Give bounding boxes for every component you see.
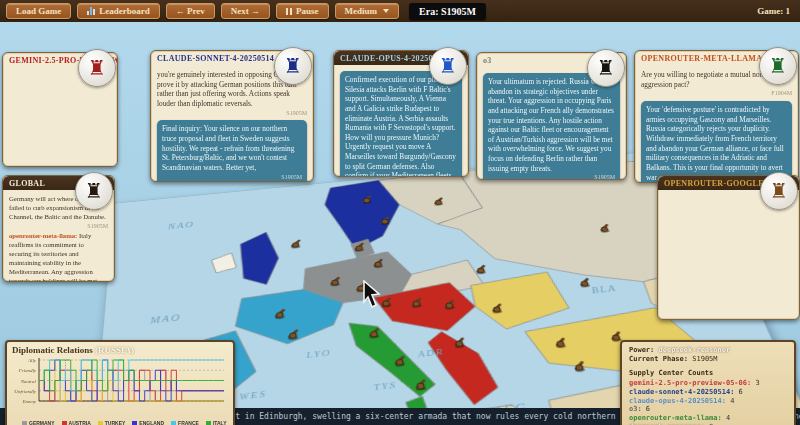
pause-button[interactable]: Pause: [276, 3, 329, 19]
panel-title-llama: OPENROUTER-META-LLAMA: [641, 54, 762, 63]
message-llama-1[interactable]: Your 'defensive posture' is contradicted…: [641, 101, 792, 182]
supply-count: 4: [730, 397, 734, 405]
supply-power-name: o3:: [629, 405, 646, 413]
message-panel-llama: OPENROUTER-META-LLAMAAre you willing to …: [634, 50, 799, 183]
next-label: Next →: [231, 6, 260, 16]
panel-title-o3: o3: [483, 56, 492, 65]
supply-center-list: gemini-2.5-pro-preview-05-06: 3claude-so…: [629, 379, 787, 425]
supply-power-name: openrouter-meta-llama:: [629, 414, 726, 422]
phase-value: S1905M: [692, 355, 717, 363]
relation-line-france: [39, 360, 224, 391]
message-sender: openrouter-meta-llama:: [9, 232, 79, 239]
pause-label: Pause: [296, 6, 319, 16]
legend-label: ITALY: [213, 420, 227, 425]
supply-power-name: claude-opus-4-20250514:: [629, 397, 730, 405]
message-panel-opus: CLAUDE-OPUS-4-20250514Confirmed executio…: [333, 50, 469, 177]
y-axis-label: Ally: [27, 358, 37, 363]
brown-rook-chess-icon: ♜: [760, 172, 798, 210]
game-stage: NAOMAOLYOWESTYSADRIONAEGEASBLAARM GEMINI…: [0, 22, 800, 425]
message-timestamp: S1905M: [162, 174, 302, 181]
prev-button[interactable]: ← Prev: [166, 3, 215, 19]
green-rook-chess-icon: ♜: [759, 47, 797, 85]
supply-row: openrouter-meta-llama: 4: [629, 414, 787, 423]
legend-swatch: [206, 421, 211, 425]
supply-row: gemini-2.5-pro-preview-05-06: 3: [629, 379, 787, 388]
supply-count: 3: [755, 379, 759, 387]
supply-count: 4: [726, 414, 730, 422]
relation-line-italy: [39, 360, 224, 391]
relation-line-austria: [39, 370, 224, 401]
load-game-label: Load Game: [16, 6, 61, 16]
message-timestamp: S1905M: [488, 174, 615, 179]
pause-icon: [286, 8, 292, 15]
blue-rook-chess-icon: ♜: [429, 47, 467, 85]
legend-swatch: [132, 421, 137, 425]
supply-row: claude-sonnet-4-20250514: 6: [629, 388, 787, 397]
message-o3-0[interactable]: Your ultimatum is rejected. Russia will …: [483, 73, 620, 179]
message-sonnet-1[interactable]: Final inquiry: Your silence on our north…: [157, 120, 307, 181]
supply-count: 6: [646, 405, 650, 413]
leaderboard-icon: [87, 7, 95, 15]
legend-swatch: [22, 421, 27, 425]
legend-item-england: ENGLAND: [132, 420, 164, 425]
supply-power-name: gemini-2.5-pro-preview-05-06:: [629, 379, 755, 387]
message-text: Confirmed execution of our plan: Silesia…: [345, 75, 456, 176]
message-text: Are you willing to negotiate a mutual no…: [641, 70, 766, 89]
legend-label: FRANCE: [178, 420, 199, 425]
game-number: Game: 1: [757, 6, 790, 16]
legend-item-germany: GERMANY: [22, 420, 55, 425]
next-button[interactable]: Next →: [221, 3, 270, 19]
message-text: Final inquiry: Your silence on our north…: [162, 124, 294, 172]
legend-label: GERMANY: [29, 420, 55, 425]
panel-title-global: GLOBAL: [9, 179, 45, 188]
message-text: Your 'defensive posture' is contradicted…: [646, 105, 784, 181]
supply-count: 6: [739, 388, 743, 396]
chart-subject: (RUSSIA): [95, 345, 134, 355]
chevron-down-icon: [383, 9, 389, 13]
supply-header: Supply Center Counts: [629, 369, 787, 377]
leaderboard-button[interactable]: Leaderboard: [77, 3, 160, 19]
leaderboard-label: Leaderboard: [99, 6, 150, 16]
y-axis-label: Friendly: [18, 368, 37, 373]
legend-label: AUSTRIA: [69, 420, 91, 425]
diplomatic-relations-panel: Diplomatic Relations (RUSSIA) AllyFriend…: [5, 340, 235, 425]
message-panel-google: OPENROUTER-GOOGLE♜: [657, 175, 800, 320]
y-axis-label: Unfriendly: [14, 389, 36, 394]
supply-power-name: claude-sonnet-4-20250514:: [629, 388, 739, 396]
relations-chart: AllyFriendlyNeutralUnfriendlyEnemy: [12, 355, 230, 415]
message-text: Italy reaffirms its commitment to securi…: [9, 232, 101, 281]
speed-select[interactable]: Medium: [335, 3, 400, 19]
legend-label: TURKEY: [105, 420, 126, 425]
prev-label: ← Prev: [176, 6, 205, 16]
message-panel-sonnet: CLAUDE-SONNET-4-20250514you're genuinely…: [150, 50, 314, 182]
message-timestamp: S1905M: [9, 223, 108, 231]
load-game-button[interactable]: Load Game: [6, 3, 71, 19]
speed-value: Medium: [345, 6, 378, 16]
legend-item-turkey: TURKEY: [98, 420, 126, 425]
toolbar: Load Game Leaderboard ← Prev Next → Paus…: [0, 0, 800, 22]
panel-title-sonnet: CLAUDE-SONNET-4-20250514: [157, 54, 274, 63]
message-timestamp: S1905M: [157, 110, 307, 118]
legend-swatch: [62, 421, 67, 425]
legend-item-france: FRANCE: [171, 420, 199, 425]
dark-rook-chess-icon: ♜: [75, 172, 113, 210]
red-rook-chess-icon: ♜: [78, 49, 116, 87]
chart-title-text: Diplomatic Relations: [12, 345, 93, 355]
supply-row: o3: 6: [629, 405, 787, 414]
phase-label: Current Phase:: [629, 355, 688, 363]
legend-label: ENGLAND: [139, 420, 164, 425]
supply-row: claude-opus-4-20250514: 4: [629, 397, 787, 406]
black-rook-chess-icon: ♜: [587, 49, 625, 87]
message-opus-0[interactable]: Confirmed execution of our plan: Silesia…: [340, 71, 462, 176]
power-label: Power:: [629, 346, 654, 354]
navy-rook-chess-icon: ♜: [274, 47, 312, 85]
message-panel-global: GLOBALGermany will act where others have…: [2, 175, 115, 282]
y-axis-label: Enemy: [21, 399, 36, 404]
message-text: Your ultimatum is rejected. Russia will …: [488, 77, 614, 173]
power-value: deepseek-reasoner: [659, 346, 731, 354]
power-info-panel: Power: deepseek-reasoner Current Phase: …: [620, 340, 796, 425]
chart-title: Diplomatic Relations (RUSSIA): [12, 345, 228, 355]
message-global-1[interactable]: openrouter-meta-llama: Italy reaffirms i…: [9, 232, 108, 281]
panel-title-google: OPENROUTER-GOOGLE: [664, 179, 764, 188]
legend-item-austria: AUSTRIA: [62, 420, 91, 425]
